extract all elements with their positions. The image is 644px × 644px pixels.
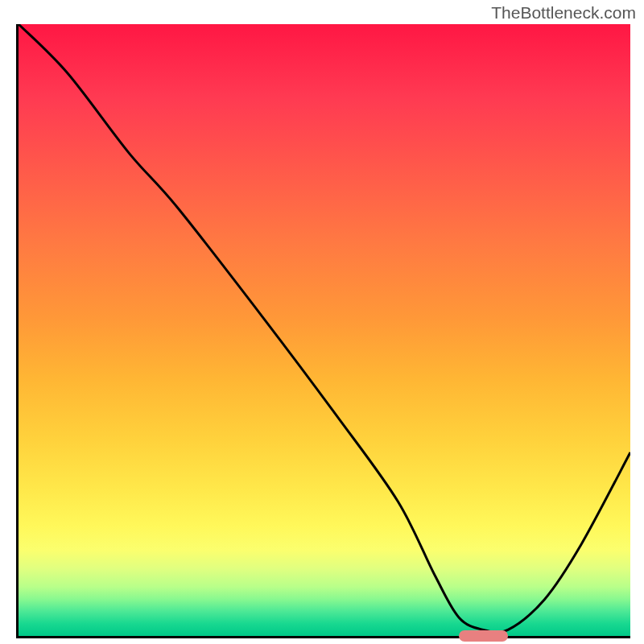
optimal-marker (459, 630, 508, 642)
curve-svg (19, 24, 630, 636)
plot-area (16, 24, 630, 638)
chart-container: TheBottleneck.com (0, 0, 644, 644)
watermark-text: TheBottleneck.com (491, 3, 636, 23)
bottleneck-curve (19, 24, 630, 633)
